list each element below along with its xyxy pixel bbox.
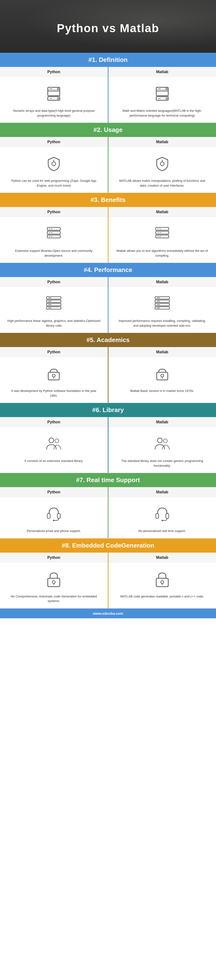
matlab-icon-performance (154, 296, 171, 314)
comparison-row-usage: Python can be used for web programming (… (0, 147, 216, 193)
python-icon-performance (45, 296, 62, 314)
python-col-benefits: Extensive support libraries.Open source … (0, 217, 109, 262)
python-desc-usage: Python can be used for web programming (… (7, 178, 101, 188)
comparison-row-performance: High-performance linear algebra, graphic… (0, 287, 216, 333)
python-col-usage: Python can be used for web programming (… (0, 147, 109, 192)
matlab-icon-academics (154, 366, 171, 384)
python-col-definition: Numeric arrays and data type(A high leve… (0, 77, 109, 123)
comparison-row-benefits: Extensive support libraries.Open source … (0, 217, 216, 263)
col-header-row-performance: PythonMatlab (0, 277, 216, 287)
python-col-embeddedcode: No Comprehensive, Automatic code Generat… (0, 563, 109, 608)
matlab-desc-academics: Matlab Basic version is in market since … (130, 388, 194, 393)
matlab-col-header-library: Matlab (109, 417, 216, 427)
python-col-header-library: Python (0, 417, 109, 427)
python-icon-usage (45, 156, 62, 174)
python-col-performance: High-performance linear algebra, graphic… (0, 287, 109, 332)
matlab-col-header-benefits: Matlab (109, 207, 216, 217)
matlab-col-header-usage: Matlab (109, 137, 216, 147)
python-icon-embeddedcode (45, 571, 62, 590)
comparison-row-definition: Numeric arrays and data type(A high leve… (0, 77, 216, 123)
matlab-col-embeddedcode: MATLAB code generates readable, portable… (109, 563, 216, 608)
section-header-definition: #1. Definition (0, 53, 216, 67)
python-desc-embeddedcode: No Comprehensive, Automatic code Generat… (7, 594, 101, 603)
matlab-col-realtimesupport: No personalized real time support. (109, 497, 216, 538)
python-col-header-performance: Python (0, 277, 109, 287)
python-icon-benefits (45, 226, 62, 244)
matlab-desc-embeddedcode: MATLAB code generates readable, portable… (120, 594, 204, 599)
matlab-icon-usage (154, 156, 171, 174)
col-header-row-usage: PythonMatlab (0, 137, 216, 147)
matlab-icon-embeddedcode (154, 571, 171, 590)
comparison-row-realtimesupport: Personalized email and phone support.No … (0, 497, 216, 538)
python-icon-definition (45, 85, 62, 104)
matlab-col-library: The standard library does not contain ge… (109, 427, 216, 473)
comparison-row-library: It consists of an extensive standard lib… (0, 427, 216, 473)
col-header-row-realtimesupport: PythonMatlab (0, 487, 216, 497)
matlab-col-performance: Improved performance requires installing… (109, 287, 216, 332)
python-col-header-academics: Python (0, 347, 109, 357)
matlab-col-usage: MATLAB allows matrix manipulations, plot… (109, 147, 216, 192)
python-col-header-embeddedcode: Python (0, 553, 109, 563)
section-header-embeddedcode: #8. Embedded CodeGeneration (0, 538, 216, 553)
footer-url: www.educba.com (93, 611, 123, 616)
python-desc-performance: High-performance linear algebra, graphic… (7, 318, 101, 328)
python-desc-definition: Numeric arrays and data type(A high leve… (7, 108, 101, 118)
python-desc-benefits: Extensive support libraries.Open source … (7, 248, 101, 258)
section-header-realtimesupport: #7. Real time Support (0, 473, 216, 487)
matlab-icon-realtimesupport (154, 506, 171, 524)
matlab-desc-benefits: Matlab allows you to test algorithms imm… (116, 248, 209, 258)
col-header-row-definition: PythonMatlab (0, 67, 216, 77)
hero-section: Python vs Matlab (0, 0, 216, 53)
matlab-desc-usage: MATLAB allows matrix manipulations, plot… (116, 178, 209, 188)
python-col-header-realtimesupport: Python (0, 487, 109, 497)
matlab-col-benefits: Matlab allows you to test algorithms imm… (109, 217, 216, 262)
matlab-col-header-definition: Matlab (109, 67, 216, 77)
python-col-header-usage: Python (0, 137, 109, 147)
matlab-col-header-realtimesupport: Matlab (109, 487, 216, 497)
python-desc-realtimesupport: Personalized email and phone support. (27, 529, 81, 533)
matlab-col-header-academics: Matlab (109, 347, 216, 357)
matlab-col-header-performance: Matlab (109, 277, 216, 287)
comparison-row-academics: It was development by Python software fo… (0, 357, 216, 403)
col-header-row-benefits: PythonMatlab (0, 207, 216, 217)
python-col-academics: It was development by Python software fo… (0, 357, 109, 403)
python-icon-academics (45, 366, 62, 384)
matlab-icon-library (154, 436, 171, 454)
col-header-row-embeddedcode: PythonMatlab (0, 553, 216, 563)
col-header-row-library: PythonMatlab (0, 417, 216, 427)
sections-container: #1. DefinitionPythonMatlabNumeric arrays… (0, 53, 216, 608)
comparison-row-embeddedcode: No Comprehensive, Automatic code Generat… (0, 563, 216, 608)
footer: www.educba.com (0, 608, 216, 618)
python-desc-library: It consists of an extensive standard lib… (24, 458, 83, 463)
page-title: Python vs Matlab (5, 22, 211, 35)
python-col-library: It consists of an extensive standard lib… (0, 427, 109, 473)
python-col-realtimesupport: Personalized email and phone support. (0, 497, 109, 538)
matlab-col-definition: Math and Matrix oriented languages(MATLA… (109, 77, 216, 123)
python-icon-library (45, 436, 62, 454)
matlab-col-academics: Matlab Basic version is in market since … (109, 357, 216, 403)
section-header-library: #6. Library (0, 403, 216, 417)
matlab-desc-definition: Math and Matrix oriented languages(MATLA… (116, 108, 209, 118)
section-header-benefits: #3. Benefits (0, 193, 216, 207)
python-col-header-benefits: Python (0, 207, 109, 217)
section-header-academics: #5. Academics (0, 333, 216, 347)
section-header-performance: #4. Performance (0, 263, 216, 277)
python-desc-academics: It was development by Python software fo… (7, 388, 101, 398)
matlab-desc-realtimesupport: No personalized real time support. (139, 529, 186, 533)
matlab-col-header-embeddedcode: Matlab (109, 553, 216, 563)
col-header-row-academics: PythonMatlab (0, 347, 216, 357)
section-header-usage: #2. Usage (0, 123, 216, 137)
python-col-header-definition: Python (0, 67, 109, 77)
matlab-icon-benefits (154, 226, 171, 244)
python-icon-realtimesupport (45, 506, 62, 524)
matlab-icon-definition (154, 85, 171, 104)
matlab-desc-performance: Improved performance requires installing… (116, 318, 209, 328)
matlab-desc-library: The standard library does not contain ge… (116, 458, 209, 468)
